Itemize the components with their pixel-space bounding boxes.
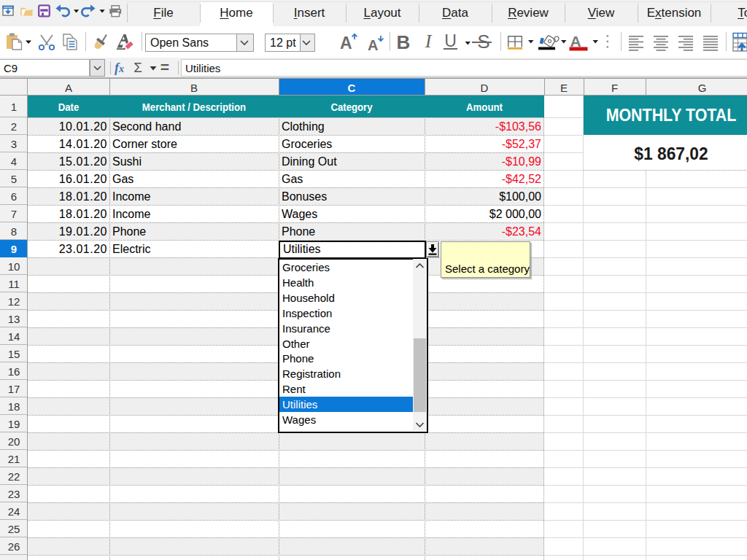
svg-text:A: A: [368, 37, 378, 53]
svg-text:A: A: [340, 34, 352, 52]
